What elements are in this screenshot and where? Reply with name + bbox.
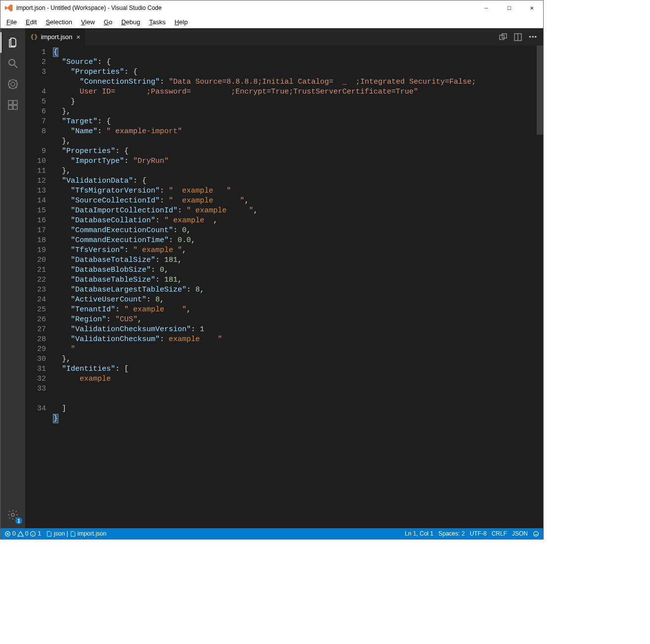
activity-extensions[interactable] (0, 95, 25, 115)
status-feedback[interactable] (533, 531, 539, 537)
status-language[interactable]: JSON (512, 530, 528, 537)
activity-settings[interactable]: 1 (0, 504, 25, 525)
activity-explorer[interactable] (0, 32, 25, 53)
svg-point-0 (9, 59, 15, 65)
line-gutter: 123 45678 910111213141516171819202122232… (25, 46, 53, 528)
status-cursor[interactable]: Ln 1, Col 1 (405, 530, 433, 537)
status-bar: 0 0 1 json | import.json Ln 1, Col 1 Spa… (0, 528, 543, 539)
scope-icon (46, 531, 52, 537)
tab-label: import.json (41, 33, 73, 41)
menu-file[interactable]: File (2, 17, 21, 27)
more-icon[interactable]: ••• (529, 33, 537, 41)
activity-search[interactable] (0, 53, 25, 74)
svg-rect-6 (13, 100, 17, 104)
status-encoding[interactable]: UTF-8 (470, 530, 487, 537)
menu-tasks[interactable]: Tasks (145, 17, 169, 27)
menu-debug[interactable]: Debug (117, 17, 144, 27)
smiley-icon (533, 531, 539, 537)
warning-icon (17, 531, 24, 537)
svg-rect-3 (8, 100, 12, 104)
scope-file-icon (70, 531, 76, 537)
svg-rect-4 (8, 105, 12, 109)
tab-import-json[interactable]: {} import.json × (25, 28, 85, 46)
window-title: import.json - Untitled (Workspace) - Vis… (16, 4, 475, 11)
extensions-icon (7, 99, 19, 111)
status-scope[interactable]: json | import.json (46, 530, 106, 537)
bug-icon (7, 78, 19, 90)
code-content[interactable]: { "Source": { "Properties": { "Connectio… (53, 46, 543, 528)
compare-icon[interactable] (499, 33, 507, 41)
search-icon (7, 57, 19, 69)
scrollbar-thumb[interactable] (537, 46, 543, 135)
status-indent[interactable]: Spaces: 2 (438, 530, 464, 537)
json-file-icon: {} (30, 33, 38, 41)
vscode-logo-icon (4, 3, 13, 12)
editor-tabs: {} import.json × ••• (25, 28, 543, 46)
split-editor-icon[interactable] (514, 33, 522, 41)
menu-selection[interactable]: Selection (42, 17, 76, 27)
close-button[interactable]: ✕ (520, 0, 543, 15)
maximize-button[interactable]: ☐ (498, 0, 520, 15)
activity-bar: 1 (0, 28, 25, 528)
activity-debug[interactable] (0, 74, 25, 95)
svg-point-13 (534, 531, 539, 536)
menu-edit[interactable]: Edit (22, 17, 41, 27)
menu-help[interactable]: Help (171, 17, 192, 27)
svg-point-7 (11, 513, 14, 516)
minimize-button[interactable]: ─ (475, 0, 498, 15)
files-icon (7, 37, 19, 49)
settings-badge: 1 (15, 517, 22, 524)
menu-bar: File Edit Selection View Go Debug Tasks … (0, 15, 543, 28)
menu-go[interactable]: Go (100, 17, 116, 27)
error-icon (4, 531, 11, 537)
title-bar: import.json - Untitled (Workspace) - Vis… (0, 0, 543, 15)
editor[interactable]: 123 45678 910111213141516171819202122232… (25, 46, 543, 528)
menu-view[interactable]: View (77, 17, 99, 27)
status-problems[interactable]: 0 0 1 (4, 530, 41, 537)
svg-rect-5 (13, 105, 17, 109)
info-icon (30, 531, 36, 537)
status-eol[interactable]: CRLF (492, 530, 507, 537)
tab-close-icon[interactable]: × (76, 33, 80, 41)
svg-point-2 (11, 82, 15, 86)
